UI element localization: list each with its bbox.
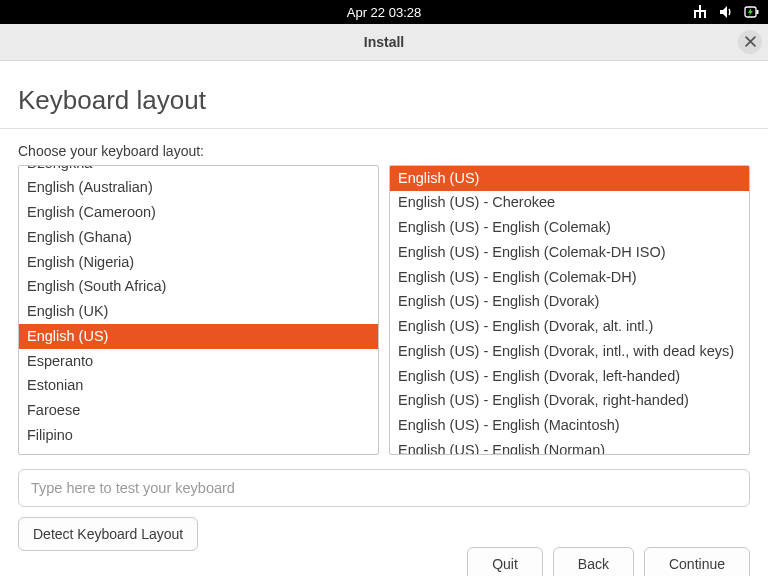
clock-label: Apr 22 03:28 bbox=[347, 5, 421, 20]
variant-item[interactable]: English (US) - English (Colemak) bbox=[390, 216, 749, 241]
layout-item[interactable]: English (South Africa) bbox=[19, 275, 378, 300]
variant-item[interactable]: English (US) - English (Dvorak, right-ha… bbox=[390, 389, 749, 414]
window-title: Install bbox=[364, 34, 404, 50]
keyboard-test-input[interactable] bbox=[18, 469, 750, 507]
svg-rect-10 bbox=[757, 10, 759, 14]
variant-item[interactable]: English (US) - English (Macintosh) bbox=[390, 414, 749, 439]
variant-listbox[interactable]: English (US)English (US) - CherokeeEngli… bbox=[389, 165, 750, 455]
layout-item[interactable]: Filipino bbox=[19, 423, 378, 448]
close-button[interactable] bbox=[738, 30, 762, 54]
layout-item[interactable]: English (UK) bbox=[19, 300, 378, 325]
variant-item[interactable]: English (US) - English (Dvorak) bbox=[390, 290, 749, 315]
layout-item[interactable]: Faroese bbox=[19, 399, 378, 424]
variant-item[interactable]: English (US) - English (Norman) bbox=[390, 438, 749, 454]
prompt-label: Choose your keyboard layout: bbox=[18, 143, 750, 159]
page-title: Keyboard layout bbox=[18, 85, 750, 116]
layout-item[interactable]: English (Nigeria) bbox=[19, 250, 378, 275]
svg-rect-1 bbox=[699, 5, 701, 7]
close-icon bbox=[745, 34, 756, 50]
quit-button[interactable]: Quit bbox=[467, 547, 543, 576]
layout-listbox[interactable]: DzongkhaEnglish (Australian)English (Cam… bbox=[18, 165, 379, 455]
network-icon[interactable] bbox=[692, 4, 708, 20]
variant-item[interactable]: English (US) - English (Dvorak, alt. int… bbox=[390, 315, 749, 340]
layout-item[interactable]: English (US) bbox=[19, 324, 378, 349]
variant-item[interactable]: English (US) - English (Colemak-DH) bbox=[390, 265, 749, 290]
variant-item[interactable]: English (US) - Cherokee bbox=[390, 191, 749, 216]
variant-item[interactable]: English (US) - English (Dvorak, intl., w… bbox=[390, 339, 749, 364]
layout-item[interactable]: Esperanto bbox=[19, 349, 378, 374]
detect-layout-button[interactable]: Detect Keyboard Layout bbox=[18, 517, 198, 551]
layout-item[interactable]: English (Ghana) bbox=[19, 225, 378, 250]
top-panel: Apr 22 03:28 bbox=[0, 0, 768, 24]
variant-item[interactable]: English (US) - English (Dvorak, left-han… bbox=[390, 364, 749, 389]
variant-item[interactable]: English (US) - English (Colemak-DH ISO) bbox=[390, 240, 749, 265]
svg-rect-7 bbox=[704, 10, 706, 15]
svg-rect-6 bbox=[694, 10, 696, 15]
back-button[interactable]: Back bbox=[553, 547, 634, 576]
volume-icon[interactable] bbox=[718, 4, 734, 20]
continue-button[interactable]: Continue bbox=[644, 547, 750, 576]
layout-item[interactable]: Dzongkha bbox=[19, 166, 378, 176]
layout-item[interactable]: English (Australian) bbox=[19, 176, 378, 201]
layout-item[interactable]: English (Cameroon) bbox=[19, 201, 378, 226]
battery-icon[interactable] bbox=[744, 4, 760, 20]
layout-item[interactable]: Estonian bbox=[19, 374, 378, 399]
divider bbox=[0, 128, 768, 129]
svg-rect-8 bbox=[699, 10, 701, 15]
layout-item[interactable]: Finnish bbox=[19, 448, 378, 454]
window-titlebar: Install bbox=[0, 24, 768, 61]
variant-item[interactable]: English (US) bbox=[390, 166, 749, 191]
